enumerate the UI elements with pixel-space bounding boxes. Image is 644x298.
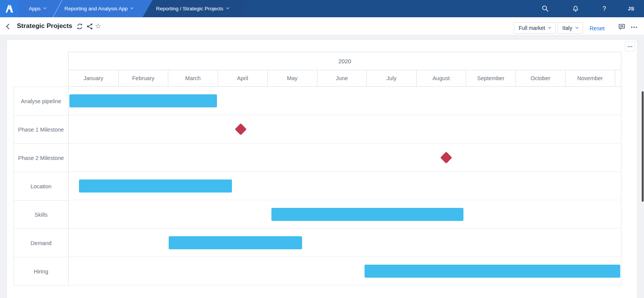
milestone-diamond[interactable] [440, 151, 452, 163]
row-label: Analyse pipeline [14, 87, 68, 115]
row-label: Skills [14, 201, 68, 229]
filter-label: Full market [519, 25, 545, 31]
gantt-bar[interactable] [69, 94, 217, 107]
gantt-bar[interactable] [271, 208, 463, 221]
nav-app-name-menu[interactable]: Reporting and Analysis App [64, 0, 133, 17]
month-header-november: November [565, 70, 615, 86]
month-header-october: October [516, 70, 565, 86]
month-header-june: June [317, 70, 367, 86]
row-label: Phase 2 Milestone [14, 144, 68, 172]
gantt-row [69, 257, 621, 285]
milestone-diamond[interactable] [235, 123, 247, 135]
nav-apps-menu[interactable]: Apps [29, 0, 46, 17]
help-icon[interactable]: ? [603, 0, 606, 17]
card-more-options-button[interactable] [625, 41, 635, 51]
chevron-down-icon [226, 6, 229, 9]
user-initials: JS [628, 6, 634, 12]
filter-dropdown-full-market[interactable]: Full market [514, 22, 556, 34]
help-label: ? [603, 5, 606, 12]
gantt-grid [68, 87, 621, 285]
gantt-row [69, 87, 621, 115]
row-label: Hiring [14, 257, 68, 286]
row-label: Location [14, 172, 68, 201]
more-options-icon [627, 44, 633, 49]
nav-page-breadcrumb-menu[interactable]: Reporting / Strategic Projects [156, 0, 229, 17]
month-header-partial [615, 70, 621, 86]
month-header-september: September [466, 70, 516, 86]
filter-label: Italy [562, 25, 572, 31]
comments-icon[interactable] [618, 23, 626, 31]
refresh-icon[interactable] [76, 23, 84, 30]
month-header-march: March [168, 70, 218, 86]
page-title: Strategic Projects [17, 22, 72, 30]
gantt-year-header: 2020 [68, 52, 621, 70]
user-avatar[interactable]: JS [628, 0, 634, 17]
month-header-may: May [267, 70, 317, 86]
gantt-card: 2020 JanuaryFebruaryMarchAprilMayJuneJul… [7, 40, 637, 298]
month-header-july: July [366, 70, 416, 86]
year-label: 2020 [338, 58, 351, 64]
more-options-icon[interactable] [630, 23, 638, 31]
row-label: Demand [14, 229, 68, 257]
nav-app-name-label: Reporting and Analysis App [64, 6, 128, 12]
anaplan-logo-icon [4, 4, 14, 14]
gantt-row [69, 143, 621, 172]
row-label: Phase 1 Milestone [14, 115, 68, 144]
page-body: 2020 JanuaryFebruaryMarchAprilMayJuneJul… [0, 36, 644, 298]
gantt-row [69, 115, 621, 143]
nav-apps-label: Apps [29, 6, 41, 12]
gantt-row-labels: Analyse pipelinePhase 1 MilestonePhase 2… [13, 87, 68, 285]
vertical-scrollbar-thumb[interactable] [642, 91, 644, 202]
chevron-down-icon [575, 25, 578, 28]
reset-button[interactable]: Reset [590, 25, 605, 31]
breadcrumb: Reporting / Strategic Projects [156, 6, 223, 12]
gantt-row [69, 172, 621, 200]
favorite-star-icon[interactable]: ☆ [95, 21, 101, 31]
month-header-january: January [69, 70, 118, 86]
chevron-down-icon [130, 6, 133, 9]
share-icon[interactable] [86, 23, 94, 30]
notifications-bell-icon[interactable] [572, 5, 580, 13]
filter-dropdown-italy[interactable]: Italy [557, 22, 583, 34]
gantt-bar[interactable] [169, 236, 302, 249]
anaplan-logo[interactable] [0, 0, 18, 17]
chevron-down-icon [43, 6, 46, 9]
page-header: Strategic Projects ☆ Full market Italy R… [0, 17, 644, 35]
back-chevron-icon[interactable] [5, 23, 12, 30]
top-navbar: Apps Reporting and Analysis App Reportin… [0, 0, 644, 17]
gantt-bar[interactable] [79, 179, 232, 193]
gantt-month-header: JanuaryFebruaryMarchAprilMayJuneJulyAugu… [68, 70, 621, 87]
month-header-august: August [416, 70, 466, 86]
search-icon[interactable] [541, 5, 549, 13]
month-header-february: February [118, 70, 168, 86]
gantt-row [69, 229, 621, 257]
gantt-row [69, 200, 621, 229]
month-header-april: April [218, 70, 268, 86]
chevron-down-icon [548, 25, 551, 28]
gantt-bar[interactable] [365, 265, 620, 278]
